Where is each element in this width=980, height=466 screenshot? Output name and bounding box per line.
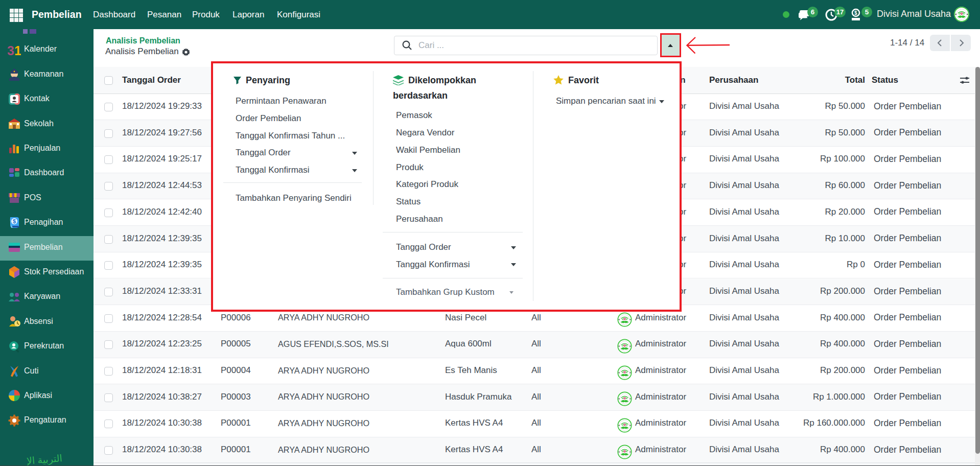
- svg-text:3: 3: [8, 43, 14, 56]
- svg-text:$: $: [854, 10, 857, 16]
- svg-text:$: $: [13, 218, 16, 224]
- svg-text:1: 1: [14, 43, 21, 56]
